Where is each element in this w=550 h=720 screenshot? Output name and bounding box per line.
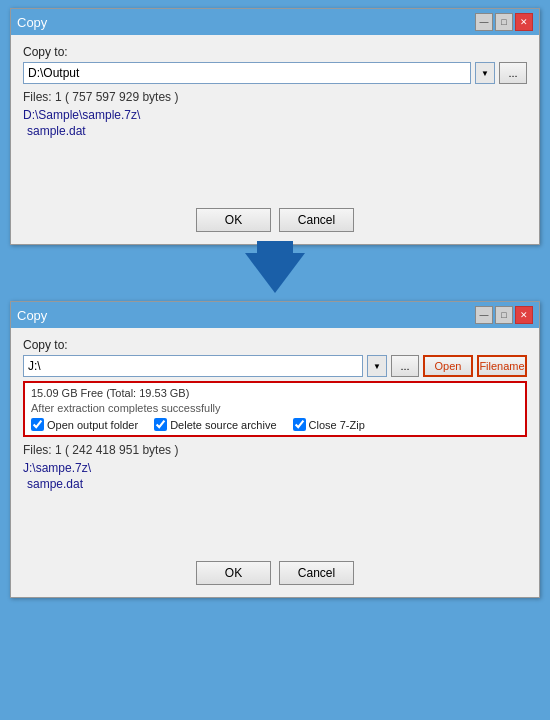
bottom-file-list: J:\sampe.7z\ sampe.dat — [23, 461, 527, 541]
close-7zip-label: Close 7-Zip — [309, 419, 365, 431]
filename-button[interactable]: Filename — [477, 355, 527, 377]
bottom-copy-to-label: Copy to: — [23, 338, 527, 352]
bottom-file-name: sampe.dat — [23, 477, 527, 491]
delete-source-archive-checkbox[interactable] — [154, 418, 167, 431]
top-title-controls: — □ ✕ — [475, 13, 533, 31]
bottom-dialog-footer: OK Cancel — [11, 551, 539, 597]
bottom-title-controls: — □ ✕ — [475, 306, 533, 324]
top-title-bar: Copy — □ ✕ — [11, 9, 539, 35]
top-file-list: D:\Sample\sample.7z\ sample.dat — [23, 108, 527, 188]
top-file-name: sample.dat — [23, 124, 527, 138]
top-maximize-button[interactable]: □ — [495, 13, 513, 31]
bottom-ok-button[interactable]: OK — [196, 561, 271, 585]
top-path-input[interactable] — [23, 62, 471, 84]
delete-source-archive-label: Delete source archive — [170, 419, 276, 431]
top-ok-button[interactable]: OK — [196, 208, 271, 232]
top-dialog-body: Copy to: ▼ ... Files: 1 ( 757 597 929 by… — [11, 35, 539, 198]
bottom-dialog-window: Copy — □ ✕ Copy to: ▼ ... Open Filename … — [10, 301, 540, 598]
top-dropdown-arrow[interactable]: ▼ — [475, 62, 495, 84]
close-7zip-option: Close 7-Zip — [293, 418, 365, 431]
bottom-dropdown-arrow[interactable]: ▼ — [367, 355, 387, 377]
bottom-file-path: J:\sampe.7z\ — [23, 461, 527, 475]
top-dialog-window: Copy — □ ✕ Copy to: ▼ ... Files: 1 ( 757… — [10, 8, 540, 245]
bottom-browse-button[interactable]: ... — [391, 355, 419, 377]
top-file-path: D:\Sample\sample.7z\ — [23, 108, 527, 122]
bottom-dialog-body: Copy to: ▼ ... Open Filename 15.09 GB Fr… — [11, 328, 539, 551]
bottom-maximize-button[interactable]: □ — [495, 306, 513, 324]
top-dialog-container: Copy — □ ✕ Copy to: ▼ ... Files: 1 ( 757… — [0, 0, 550, 245]
open-output-folder-label: Open output folder — [47, 419, 138, 431]
free-space-info: 15.09 GB Free (Total: 19.53 GB) — [31, 387, 519, 399]
top-copy-to-label: Copy to: — [23, 45, 527, 59]
options-row: Open output folder Delete source archive… — [31, 418, 519, 431]
bottom-dialog-container: Copy — □ ✕ Copy to: ▼ ... Open Filename … — [0, 301, 550, 606]
top-cancel-button[interactable]: Cancel — [279, 208, 354, 232]
open-output-folder-option: Open output folder — [31, 418, 138, 431]
top-browse-button[interactable]: ... — [499, 62, 527, 84]
options-box: 15.09 GB Free (Total: 19.53 GB) After ex… — [23, 381, 527, 437]
top-files-info: Files: 1 ( 757 597 929 bytes ) — [23, 90, 527, 104]
arrow-container — [0, 245, 550, 301]
bottom-path-row: ▼ ... Open Filename — [23, 355, 527, 377]
after-extraction-label: After extraction completes successfully — [31, 402, 519, 414]
bottom-close-button[interactable]: ✕ — [515, 306, 533, 324]
open-button[interactable]: Open — [423, 355, 473, 377]
top-dialog-footer: OK Cancel — [11, 198, 539, 244]
top-path-row: ▼ ... — [23, 62, 527, 84]
top-dialog-title: Copy — [17, 15, 47, 30]
open-output-folder-checkbox[interactable] — [31, 418, 44, 431]
bottom-title-bar: Copy — □ ✕ — [11, 302, 539, 328]
bottom-dialog-title: Copy — [17, 308, 47, 323]
bottom-path-input[interactable] — [23, 355, 363, 377]
bottom-minimize-button[interactable]: — — [475, 306, 493, 324]
delete-source-archive-option: Delete source archive — [154, 418, 276, 431]
close-7zip-checkbox[interactable] — [293, 418, 306, 431]
bottom-files-info: Files: 1 ( 242 418 951 bytes ) — [23, 443, 527, 457]
bottom-cancel-button[interactable]: Cancel — [279, 561, 354, 585]
top-minimize-button[interactable]: — — [475, 13, 493, 31]
down-arrow-icon — [245, 253, 305, 293]
top-close-button[interactable]: ✕ — [515, 13, 533, 31]
